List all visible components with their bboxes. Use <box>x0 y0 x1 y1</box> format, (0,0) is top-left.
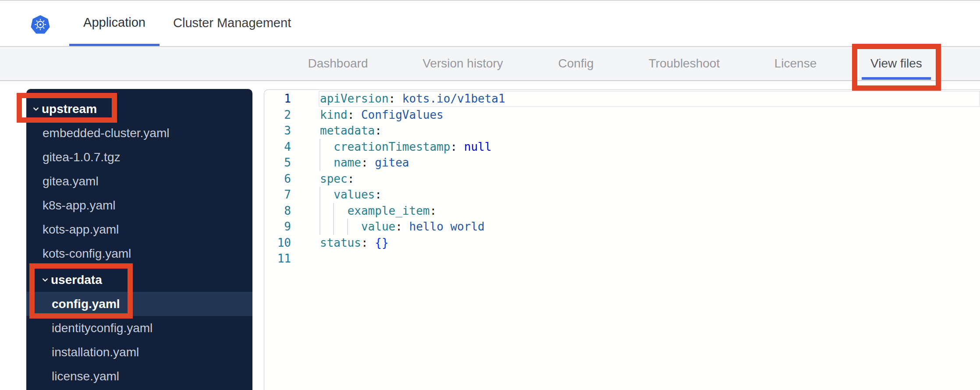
line-content: spec: <box>291 171 980 187</box>
indent-guide <box>320 203 320 219</box>
line-content <box>291 251 980 267</box>
line-content: apiVersion: kots.io/v1beta1 <box>291 91 980 107</box>
code-line-3[interactable]: 3metadata: <box>264 123 980 139</box>
code-text: metadata: <box>320 124 382 137</box>
code-line-9[interactable]: 9 value: hello world <box>264 219 980 235</box>
top-tab-label: Cluster Management <box>173 16 291 30</box>
tree-item-license-yaml[interactable]: license.yaml <box>26 364 252 388</box>
code-text: example_item: <box>320 204 437 217</box>
file-tree-panel: upstreamembedded-cluster.yamlgitea-1.0.7… <box>26 89 252 390</box>
line-content: kind: ConfigValues <box>291 107 980 123</box>
top-tab-cluster-management[interactable]: Cluster Management <box>173 1 291 46</box>
code-line-4[interactable]: 4 creationTimestamp: null <box>264 139 980 155</box>
nav-tab-view-files[interactable]: View files <box>862 47 931 80</box>
nav-tab-license[interactable]: License <box>766 47 826 80</box>
folder-label: upstream <box>42 102 97 116</box>
code-text: spec: <box>320 172 354 185</box>
nav-tab-config[interactable]: Config <box>550 47 603 80</box>
file-label: kots-config.yaml <box>43 247 131 261</box>
tree-item-identityconfig-yaml[interactable]: identityconfig.yaml <box>26 316 252 340</box>
indent-guide <box>320 155 320 171</box>
app-nav-bar: DashboardVersion historyConfigTroublesho… <box>0 46 980 81</box>
indent-guide <box>320 219 320 235</box>
line-number[interactable]: 8 <box>264 204 291 217</box>
tree-item-gitea-yaml[interactable]: gitea.yaml <box>26 169 252 193</box>
indent-guide <box>333 203 334 219</box>
file-label: k8s-app.yaml <box>43 199 116 213</box>
code-line-8[interactable]: 8 example_item: <box>264 203 980 219</box>
file-label: config.yaml <box>52 297 120 311</box>
tree-item-config-yaml[interactable]: config.yaml <box>26 292 252 316</box>
top-bar: ApplicationCluster Management <box>0 1 980 46</box>
line-content: name: gitea <box>291 155 980 171</box>
file-label: installation.yaml <box>52 345 139 359</box>
code-line-7[interactable]: 7 values: <box>264 187 980 203</box>
indent-guide <box>320 187 320 203</box>
line-number[interactable]: 9 <box>264 220 291 233</box>
nav-tab-label: Config <box>558 57 594 71</box>
top-tab-bar: ApplicationCluster Management <box>69 1 291 46</box>
line-number[interactable]: 5 <box>264 156 291 169</box>
code-text: apiVersion: kots.io/v1beta1 <box>320 92 505 105</box>
line-number[interactable]: 10 <box>264 236 291 249</box>
code-text: creationTimestamp: null <box>320 140 491 153</box>
line-content: values: <box>291 187 980 203</box>
code-text: kind: ConfigValues <box>320 108 444 121</box>
code-text: status: {} <box>320 236 389 249</box>
line-number[interactable]: 6 <box>264 172 291 185</box>
tree-item-embedded-cluster-yaml[interactable]: embedded-cluster.yaml <box>26 121 252 145</box>
nav-tab-label: Version history <box>423 57 503 71</box>
tree-item-upstream[interactable]: upstream <box>26 97 252 121</box>
file-label: license.yaml <box>52 369 119 383</box>
folder-label: userdata <box>51 273 102 287</box>
line-number[interactable]: 4 <box>264 140 291 153</box>
kots-admin-console: ApplicationCluster Management DashboardV… <box>0 0 980 390</box>
nav-tab-label: Dashboard <box>308 57 368 71</box>
line-content: creationTimestamp: null <box>291 139 980 155</box>
line-number[interactable]: 3 <box>264 124 291 137</box>
line-content: status: {} <box>291 235 980 251</box>
code-text: values: <box>320 188 382 201</box>
indent-guide <box>333 219 334 235</box>
kubernetes-logo-icon[interactable] <box>31 14 50 35</box>
tree-item-k8s-app-yaml[interactable]: k8s-app.yaml <box>26 193 252 217</box>
chevron-down-icon <box>32 105 40 113</box>
code-text: value: hello world <box>320 220 485 233</box>
indent-guide <box>347 219 348 235</box>
nav-tab-label: Troubleshoot <box>649 57 720 71</box>
tree-item-userdata[interactable]: userdata <box>26 268 252 292</box>
code-text: name: gitea <box>320 156 409 169</box>
line-content: metadata: <box>291 123 980 139</box>
file-label: gitea-1.0.7.tgz <box>43 150 120 164</box>
nav-tab-label: View files <box>870 57 922 71</box>
tree-item-installation-yaml[interactable]: installation.yaml <box>26 340 252 364</box>
line-number[interactable]: 2 <box>264 108 291 121</box>
line-number[interactable]: 11 <box>264 252 291 265</box>
nav-tab-troubleshoot[interactable]: Troubleshoot <box>640 47 728 80</box>
code-line-6[interactable]: 6spec: <box>264 171 980 187</box>
line-content: value: hello world <box>291 219 980 235</box>
line-number[interactable]: 1 <box>264 92 291 105</box>
line-number[interactable]: 7 <box>264 188 291 201</box>
file-label: identityconfig.yaml <box>52 321 153 335</box>
nav-tab-version-history[interactable]: Version history <box>414 47 512 80</box>
tree-item-kots-app-yaml[interactable]: kots-app.yaml <box>26 217 252 241</box>
top-tab-label: Application <box>83 15 146 30</box>
nav-tab-label: License <box>774 57 817 71</box>
tree-item-kots-config-yaml[interactable]: kots-config.yaml <box>26 241 252 266</box>
tree-item-gitea-1-0-7-tgz[interactable]: gitea-1.0.7.tgz <box>26 145 252 169</box>
file-label: kots-app.yaml <box>43 223 119 237</box>
code-line-5[interactable]: 5 name: gitea <box>264 155 980 171</box>
line-content: example_item: <box>291 203 980 219</box>
indent-guide <box>320 139 320 155</box>
top-tab-application[interactable]: Application <box>69 1 160 46</box>
nav-tab-dashboard[interactable]: Dashboard <box>299 47 377 80</box>
file-label: embedded-cluster.yaml <box>43 126 169 140</box>
code-editor[interactable]: 1apiVersion: kots.io/v1beta12kind: Confi… <box>264 89 980 390</box>
chevron-down-icon <box>41 276 50 284</box>
code-line-10[interactable]: 10status: {} <box>264 235 980 251</box>
code-line-2[interactable]: 2kind: ConfigValues <box>264 107 980 123</box>
code-line-1[interactable]: 1apiVersion: kots.io/v1beta1 <box>264 91 980 107</box>
file-label: gitea.yaml <box>43 174 99 188</box>
code-line-11[interactable]: 11 <box>264 251 980 267</box>
